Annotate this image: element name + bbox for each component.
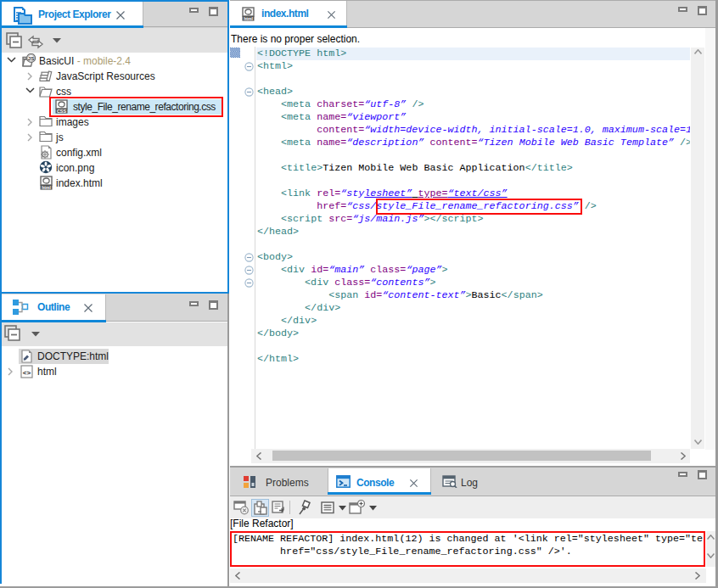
svg-text:<>: <>	[23, 369, 31, 377]
svg-text:JS: JS	[28, 55, 35, 61]
svg-text:html: html	[42, 185, 51, 190]
svg-text:html: html	[244, 16, 253, 21]
